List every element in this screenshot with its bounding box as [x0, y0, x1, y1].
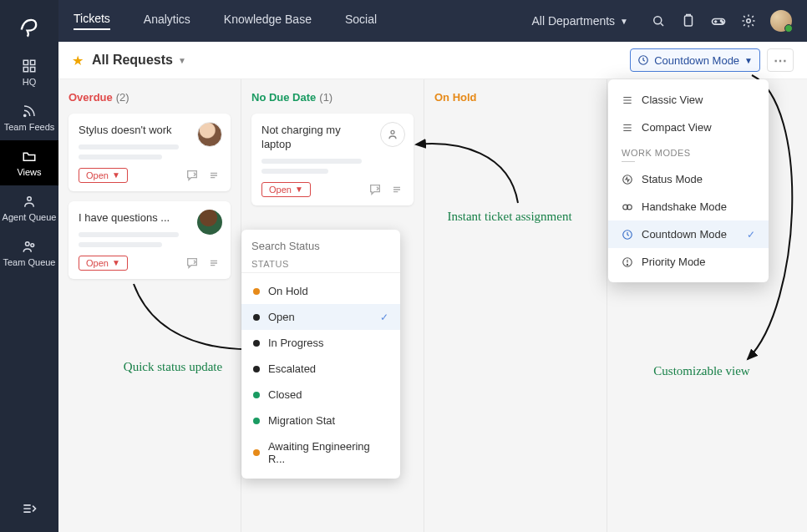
handshake-icon	[622, 201, 633, 213]
comment-icon[interactable]	[185, 169, 199, 182]
status-text: Open	[86, 170, 109, 180]
status-option[interactable]: On Hold	[241, 278, 400, 304]
comment-icon[interactable]	[185, 256, 199, 270]
ticket-card[interactable]: Not charging my laptop Open▼	[251, 114, 414, 205]
work-mode-option[interactable]: Priority Mode	[608, 248, 769, 276]
column-on-hold: On Hold	[424, 79, 607, 532]
view-option-label: Classic View	[642, 94, 703, 106]
status-option[interactable]: Awaiting Engineering R...	[241, 433, 400, 472]
search-button[interactable]	[650, 13, 667, 29]
status-chip[interactable]: Open▼	[79, 168, 128, 183]
list-view-icon	[622, 122, 633, 134]
status-dot-icon	[253, 314, 260, 321]
status-option[interactable]: Escalated	[241, 356, 400, 382]
list-icon[interactable]	[207, 256, 221, 270]
sidebar-item-agent-queue[interactable]: Agent Queue	[0, 185, 58, 231]
status-dot-icon	[253, 392, 260, 398]
svg-point-21	[627, 264, 627, 265]
column-header: Overdue (2)	[69, 91, 231, 104]
tab-tickets[interactable]: Tickets	[74, 12, 110, 30]
collapse-sidebar-button[interactable]	[21, 500, 38, 520]
assignee-avatar[interactable]	[197, 210, 222, 235]
status-option[interactable]: Closed	[241, 382, 400, 408]
topbar: Tickets Analytics Knowledge Base Social …	[58, 0, 807, 42]
clipboard-button[interactable]	[680, 13, 697, 29]
svg-point-12	[722, 22, 723, 23]
status-dot-icon	[253, 418, 260, 424]
work-mode-option[interactable]: Countdown Mode	[608, 220, 769, 248]
sidebar-item-hq[interactable]: HQ	[0, 50, 58, 95]
svg-point-8	[654, 17, 662, 24]
view-option-label: Compact View	[642, 121, 712, 134]
collapse-icon	[21, 500, 38, 517]
svg-point-5	[28, 197, 32, 201]
chevron-down-icon: ▼	[112, 258, 120, 267]
gamepad-button[interactable]	[710, 13, 727, 29]
list-icon[interactable]	[390, 183, 404, 196]
sidebar-item-label: Views	[17, 167, 41, 177]
work-mode-option[interactable]: Status Mode	[608, 165, 769, 193]
status-text: Open	[86, 258, 109, 268]
sidebar-item-views[interactable]: Views	[0, 140, 58, 185]
svg-point-15	[391, 130, 394, 134]
status-search-input[interactable]	[251, 240, 390, 252]
favorite-star-icon[interactable]: ★	[72, 53, 84, 68]
user-avatar[interactable]	[770, 10, 792, 32]
column-no-due-date: No Due Date (1) Not charging my laptop O…	[241, 79, 424, 532]
view-section-label: WORK MODES	[608, 141, 769, 165]
team-icon	[22, 239, 37, 254]
view-option[interactable]: Compact View	[608, 114, 769, 141]
work-mode-option[interactable]: Handshake Mode	[608, 193, 769, 220]
status-dropdown: STATUS On HoldOpenIn ProgressEscalatedCl…	[241, 230, 400, 479]
sidebar-item-label: Team Queue	[3, 257, 56, 267]
card-action-icons	[368, 183, 404, 196]
assignee-avatar[interactable]	[197, 122, 222, 147]
column-header: No Due Date (1)	[251, 91, 414, 104]
chevron-down-icon: ▼	[620, 17, 628, 26]
view-option[interactable]: Classic View	[608, 86, 769, 114]
status-option-label: Migration Stat	[268, 414, 335, 427]
clipboard-icon	[681, 13, 696, 28]
tab-social[interactable]: Social	[345, 13, 377, 29]
tab-analytics[interactable]: Analytics	[144, 13, 190, 29]
view-mode-dropdown: Classic ViewCompact View WORK MODES Stat…	[608, 79, 769, 282]
status-option[interactable]: Open	[241, 304, 400, 330]
svg-point-4	[24, 114, 26, 116]
svg-rect-9	[685, 16, 693, 26]
status-option-label: On Hold	[268, 285, 308, 297]
tab-kb[interactable]: Knowledge Base	[224, 13, 312, 29]
grid-icon	[22, 58, 37, 73]
status-chip[interactable]: Open▼	[79, 256, 128, 271]
ticket-card[interactable]: I have questions ... Open▼	[69, 201, 231, 279]
column-count: (2)	[116, 91, 129, 104]
ticket-card[interactable]: Stylus doesn't work Open▼	[69, 114, 231, 191]
column-title: On Hold	[434, 91, 477, 104]
status-option-label: Awaiting Engineering R...	[268, 440, 388, 465]
svg-rect-2	[23, 68, 28, 72]
placeholder-bar	[79, 232, 179, 237]
chevron-down-icon: ▼	[112, 170, 120, 180]
card-action-icons	[185, 169, 221, 182]
svg-point-13	[747, 19, 751, 23]
feed-icon	[22, 104, 37, 119]
status-option-label: Closed	[268, 388, 302, 401]
page-title[interactable]: All Requests ▼	[92, 53, 186, 68]
status-option[interactable]: In Progress	[241, 330, 400, 356]
status-option[interactable]: Migration Stat	[241, 408, 400, 433]
list-view-icon	[622, 94, 633, 106]
sidebar-item-team-feeds[interactable]: Team Feeds	[0, 95, 58, 140]
sidebar-item-team-queue[interactable]: Team Queue	[0, 231, 58, 276]
placeholder-bar	[79, 242, 162, 247]
comment-icon[interactable]	[368, 183, 382, 196]
assign-button[interactable]	[380, 122, 405, 147]
more-button[interactable]: ⋯	[767, 48, 794, 72]
status-chip[interactable]: Open▼	[261, 182, 311, 197]
chevron-down-icon: ▼	[744, 56, 753, 65]
priority-icon	[622, 256, 633, 268]
department-selector[interactable]: All Departments ▼	[532, 14, 629, 28]
settings-button[interactable]	[740, 13, 757, 29]
status-section-label: STATUS	[241, 259, 400, 273]
list-icon[interactable]	[207, 169, 221, 182]
view-mode-button[interactable]: Countdown Mode ▼	[630, 48, 760, 72]
placeholder-bar	[79, 144, 179, 149]
